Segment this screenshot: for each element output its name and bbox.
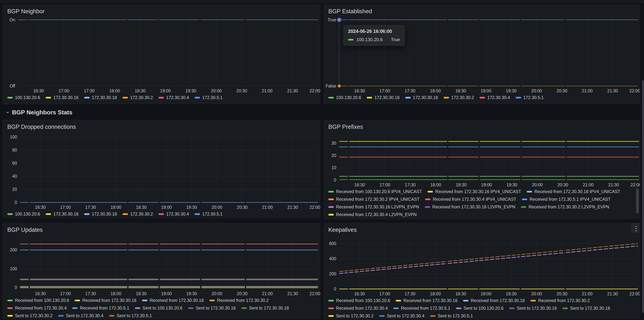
legend-row: 100.130.20.6172.30.30.16172.30.30.18172.… (328, 94, 549, 101)
legend-item[interactable]: Sent to 100.130.20.6 (456, 306, 504, 311)
x-tick-label: 21:30 (287, 88, 298, 93)
panel-title-bgp-prefixes[interactable]: BGP Prefixes (328, 123, 363, 130)
legend-item[interactable]: 172.30.30.18 (405, 95, 438, 100)
legend-item[interactable]: Sent to 172.30.5.1 (430, 314, 473, 319)
x-tick-label: 21:00 (262, 291, 273, 296)
legend-item[interactable]: Received from 172.30.30.18 (463, 298, 525, 303)
legend-series-chip (521, 206, 526, 208)
bgp-neighbor-chart[interactable] (18, 15, 318, 86)
legend-item[interactable]: Received from 100.130.20.6 (328, 298, 390, 303)
legend-series-chip (444, 97, 449, 98)
legend-row: Received from 172.30.30.4Received from 1… (328, 305, 616, 312)
legend-series-chip (456, 308, 462, 309)
legend-series-chip (46, 213, 51, 215)
legend-series-label: 172.30.30.2 (130, 95, 153, 100)
keepalives-chart[interactable] (339, 237, 638, 289)
legend-item[interactable]: Received from 172.30.30.18 (142, 298, 204, 303)
y-tick-label: 80 (12, 147, 17, 153)
legend-series-chip (209, 300, 215, 301)
legend-item[interactable]: Sent to 172.30.30.18 (562, 306, 610, 311)
legend-series-chip (158, 213, 164, 215)
legend-series-chip (328, 97, 334, 98)
legend-item[interactable]: Received from 172.30.30.4 IPV4_UNICAST (425, 197, 516, 202)
legend-item[interactable]: 172.30.30.2 (122, 95, 153, 100)
legend-item[interactable]: Received from 172.30.5.1 (72, 306, 129, 311)
legend-item[interactable]: Sent to 172.30.30.16 (188, 306, 236, 311)
legend-item[interactable]: Received from 172.30.30.2 L2VPN_EVPN (521, 205, 609, 210)
legend-series-chip (562, 308, 568, 309)
row-header-title: BGP Neighbors Stats (12, 109, 72, 116)
legend-item[interactable]: 100.130.20.6 (7, 212, 40, 217)
panel-bgp-dropped-connections: BGP Dropped connections 100.130.20.6172.… (2, 120, 320, 218)
legend-series-chip (396, 300, 401, 302)
page-scrollbar-thumb[interactable] (642, 80, 644, 313)
legend-item[interactable]: 172.30.30.4 (158, 212, 189, 217)
panel-menu-icon[interactable] (636, 226, 636, 232)
legend-item[interactable]: Received from 172.30.30.18 L2VPN_EVPN (425, 205, 516, 210)
bgp-prefixes-chart[interactable] (339, 134, 639, 180)
x-tick-label: 18:00 (430, 291, 441, 297)
legend-item[interactable]: 172.30.30.4 (480, 95, 510, 100)
legend-item[interactable]: Received from 172.30.30.16 L2VPN_EVPN (328, 205, 419, 210)
legend-item[interactable]: Sent to 100.130.20.6 (135, 306, 182, 311)
legend-item[interactable]: 172.30.30.2 (122, 212, 153, 217)
x-tick-label: 19:30 (186, 291, 197, 296)
x-tick-label: 21:30 (607, 88, 618, 93)
panel-title-bgp-dropped[interactable]: BGP Dropped connections (7, 123, 76, 130)
legend-series-chip (463, 300, 468, 302)
legend-item[interactable]: Received from 172.30.30.2 IPV4_UNICAST (328, 197, 420, 202)
bgp-updates-chart[interactable] (20, 237, 318, 289)
panel-title-bgp-updates[interactable]: BGP Updates (7, 226, 43, 234)
legend-series-label: 100.130.20.6 (15, 95, 40, 100)
legend-item[interactable]: Sent to 172.30.30.4 (379, 314, 424, 319)
legend-item[interactable]: Sent to 172.30.30.2 (7, 313, 52, 318)
x-tick-label: 19:30 (506, 291, 517, 297)
legend-item[interactable]: 172.30.30.2 (444, 95, 474, 100)
legend-item[interactable]: Received from 172.30.30.16 (75, 298, 136, 303)
legend-item[interactable]: Sent to 172.30.30.2 (328, 314, 374, 319)
legend-item[interactable]: 172.30.5.1 (194, 212, 223, 217)
legend-item[interactable]: Received from 100.130.20.6 (7, 298, 69, 303)
legend-item[interactable]: Received from 172.30.5.1 IPV4_UNICAST (522, 197, 610, 202)
legend-item[interactable]: Received from 172.30.30.2 (530, 298, 590, 303)
legend-item[interactable]: Sent to 172.30.30.18 (241, 306, 289, 311)
x-tick-label: 18:30 (135, 88, 146, 93)
legend-item[interactable]: Received from 172.30.30.4 (7, 306, 66, 311)
panel-title-bgp-established[interactable]: BGP Established (328, 8, 372, 15)
legend-item[interactable]: Received from 172.30.30.4 L2VPN_EVPN (328, 212, 417, 217)
legend-item[interactable]: 172.30.30.18 (84, 212, 117, 217)
legend-item[interactable]: 172.30.30.16 (46, 212, 78, 217)
x-tick-label: 21:30 (288, 291, 298, 296)
legend-item[interactable]: Received from 172.30.30.16 IPV4_UNICAST (428, 189, 521, 194)
legend-item[interactable]: Received from 100.130.20.6 IPV4_UNICAST (328, 189, 422, 194)
bgp-dropped-chart[interactable] (20, 134, 318, 202)
legend-item[interactable]: 172.30.5.1 (194, 95, 223, 100)
panel-title-bgp-neighbor[interactable]: BGP Neighbor (7, 8, 44, 15)
row-bgp-neighbors-stats[interactable]: BGP Neighbors Stats (5, 107, 72, 118)
panel-title-keepalives[interactable]: Keepalives (328, 226, 357, 234)
legend-item[interactable]: 100.130.20.6 (328, 95, 361, 100)
legend-item[interactable]: 172.30.30.16 (46, 95, 78, 100)
legend-item[interactable]: Received from 172.30.30.18 IPV4_UNICAST (527, 189, 620, 194)
legend-item[interactable]: 100.130.20.6 (7, 95, 40, 100)
legend-scrollbar-thumb[interactable] (636, 189, 639, 213)
x-tick-label: 17:00 (380, 291, 390, 297)
chevron-down-icon[interactable] (5, 110, 10, 115)
legend-item[interactable]: Sent to 172.30.30.4 (58, 313, 104, 318)
legend-item[interactable]: 172.30.30.4 (158, 95, 189, 100)
legend-item[interactable]: Received from 172.30.30.2 (209, 298, 269, 303)
legend-item[interactable]: Received from 172.30.30.16 (396, 298, 458, 303)
legend-series-chip (522, 199, 527, 200)
legend-item[interactable]: 172.30.5.1 (516, 95, 544, 100)
legend-item[interactable]: 172.30.30.18 (84, 95, 117, 100)
legend-series-label: Received from 100.130.20.6 (15, 298, 69, 303)
legend-item[interactable]: Sent to 172.30.30.16 (509, 306, 557, 311)
legend-item[interactable]: Sent to 172.30.5.1 (109, 313, 152, 318)
legend-item[interactable]: 172.30.30.16 (367, 95, 400, 100)
legend-item[interactable]: Received from 172.30.5.1 (393, 306, 450, 311)
x-tick-label: 20:30 (556, 291, 568, 297)
y-tick-label: 20 (331, 153, 336, 158)
legend-series-label: 172.30.5.1 (202, 212, 223, 217)
x-tick-label: 20:00 (212, 205, 222, 210)
legend-item[interactable]: Received from 172.30.30.4 (328, 306, 388, 311)
